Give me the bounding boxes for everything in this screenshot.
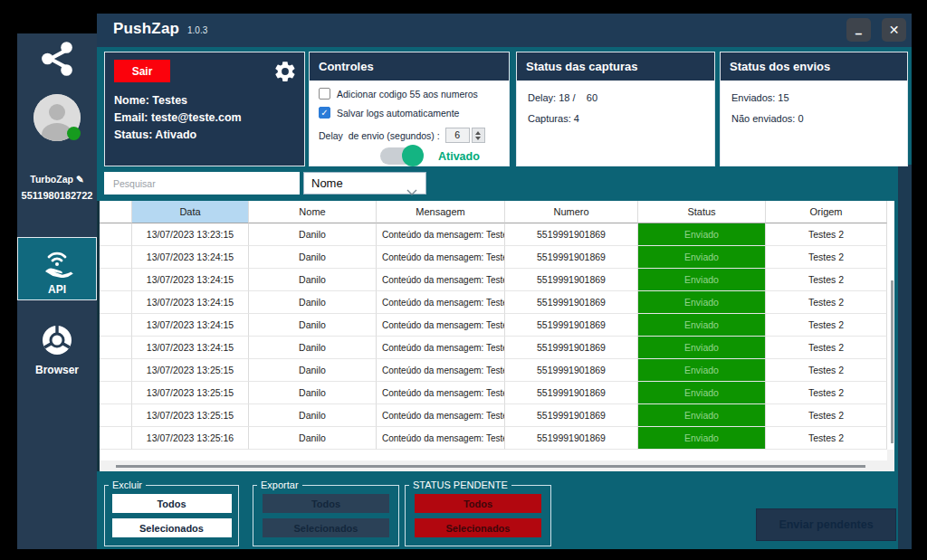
table-row[interactable]: 13/07/2023 13:24:15 Danilo Conteúdo da m… [100,269,894,291]
table-row[interactable]: 13/07/2023 13:23:15 Danilo Conteúdo da m… [100,223,894,246]
row-selector-cell[interactable] [100,359,132,382]
messages-table: Data Nome Mensagem Numero Status Origem … [100,201,894,471]
horizontal-scrollbar[interactable] [116,465,865,468]
logout-button[interactable]: Sair [114,60,170,82]
table-row[interactable]: 13/07/2023 13:24:15 Danilo Conteúdo da m… [100,291,894,314]
excluir-todos-button[interactable]: Todos [112,494,232,513]
cell-data: 13/07/2023 13:24:15 [132,314,249,337]
cell-origem: Testes 2 [766,314,887,337]
cell-mensagem: Conteúdo da mensagem: Teste ... [377,382,505,404]
cell-origem: Testes 2 [766,382,887,404]
status-badge: Enviado [638,246,766,269]
row-selector-cell[interactable] [100,223,132,246]
pushzap-window: PushZap 1.0.3 – ✕ TurboZap ✎ 55119801827… [0,0,927,560]
status-badge: Enviado [638,337,766,359]
cell-origem: Testes 2 [766,359,887,382]
checkbox-row-save-logs[interactable]: ✓ Salvar logs automaticamente [319,107,459,119]
sidebar-item-api[interactable]: API [17,237,97,300]
cell-origem: Testes 2 [766,337,887,359]
delay-stepper[interactable] [472,128,485,143]
column-header-data[interactable]: Data [132,201,249,223]
filter-select[interactable]: Nome [303,172,426,195]
row-selector-cell[interactable] [100,291,132,314]
sends-panel: Status dos envios Enviados: 15 Não envia… [720,52,908,166]
exportar-todos-button[interactable]: Todos [263,494,389,513]
stepper-down-icon[interactable] [475,137,481,140]
account-name[interactable]: TurboZap ✎ [17,174,97,185]
table-row[interactable]: 13/07/2023 13:24:15 Danilo Conteúdo da m… [100,314,894,337]
cell-nome: Danilo [249,291,377,314]
table-row[interactable]: 13/07/2023 13:24:15 Danilo Conteúdo da m… [100,337,894,359]
captures-panel-title: Status das capturas [517,52,714,81]
vertical-scrollbar[interactable] [891,280,894,443]
cell-data: 13/07/2023 13:25:15 [132,382,249,404]
table-body: 13/07/2023 13:23:15 Danilo Conteúdo da m… [100,223,894,450]
row-selector-cell[interactable] [100,404,132,427]
row-selector-cell[interactable] [100,246,132,269]
table-row[interactable]: 13/07/2023 13:25:16 Danilo Conteúdo da m… [100,427,894,450]
minimize-button[interactable]: – [846,18,871,42]
checkbox-checked[interactable]: ✓ [319,107,330,119]
row-selector-cell[interactable] [100,427,132,450]
status-badge: Enviado [638,382,766,404]
cell-data: 13/07/2023 13:24:15 [132,291,249,314]
table-row[interactable]: 13/07/2023 13:24:15 Danilo Conteúdo da m… [100,246,894,269]
cell-numero: 5519991901869 [505,359,638,382]
main-content: Sair Nome: Testes Email: teste@teste.com… [97,47,912,549]
cell-nome: Danilo [249,382,377,404]
row-selector-cell[interactable] [100,314,132,337]
row-selector-cell[interactable] [100,269,132,291]
search-input[interactable] [104,172,300,195]
window-edge-shadow [898,165,912,549]
table-row[interactable]: 13/07/2023 13:25:15 Danilo Conteúdo da m… [100,382,894,404]
pendente-selecionados-button[interactable]: Selecionados [415,518,541,537]
checkbox-label: Salvar logs automaticamente [337,108,459,119]
cell-numero: 5519991901869 [505,291,638,314]
column-header-numero[interactable]: Numero [505,201,638,223]
toggle-state-label: Ativado [438,150,480,163]
close-icon: ✕ [889,23,900,37]
cell-mensagem: Conteúdo da mensagem: Teste ... [377,427,505,450]
column-header-status[interactable]: Status [638,201,766,223]
cell-numero: 5519991901869 [505,314,638,337]
column-header-nome[interactable]: Nome [249,201,377,223]
enviar-pendentes-button[interactable]: Enviar pendentes [757,509,895,540]
titlebar: PushZap 1.0.3 – ✕ [97,14,912,47]
minimize-icon: – [855,26,863,41]
row-selector-header[interactable] [100,201,132,223]
cell-mensagem: Conteúdo da mensagem: Teste ... [377,269,505,291]
filter-select-value: Nome [311,176,343,190]
account-status-line: Status: Ativado [114,127,242,144]
status-badge: Enviado [638,314,766,337]
table-row[interactable]: 13/07/2023 13:25:15 Danilo Conteúdo da m… [100,404,894,427]
stepper-up-icon[interactable] [475,131,481,135]
row-selector-cell[interactable] [100,337,132,359]
toggle-knob[interactable] [402,145,424,166]
excluir-group: Excluir Todos Selecionados [104,479,239,546]
account-email-line: Email: teste@teste.com [114,109,242,127]
captures-delay-line: Delay: 18 / 60 [528,92,714,103]
checkbox-row-add-55[interactable]: Adicionar codigo 55 aos numeros [319,88,478,100]
cell-numero: 5519991901869 [505,269,638,291]
cell-nome: Danilo [249,314,377,337]
excluir-selecionados-button[interactable]: Selecionados [112,518,232,537]
settings-gear-icon[interactable] [273,60,297,87]
cell-origem: Testes 2 [766,427,887,450]
cell-origem: Testes 2 [766,269,887,291]
browser-chrome-icon [39,346,75,361]
row-selector-cell[interactable] [100,382,132,404]
account-phone: 5511980182722 [17,190,97,201]
exportar-selecionados-button[interactable]: Selecionados [263,518,389,537]
sidebar-item-browser-label: Browser [17,364,97,376]
pendente-todos-button[interactable]: Todos [415,494,541,513]
delay-value-field[interactable]: 6 [445,128,470,143]
column-header-origem[interactable]: Origem [766,201,887,223]
close-button[interactable]: ✕ [882,18,906,42]
status-badge: Enviado [638,269,766,291]
table-row[interactable]: 13/07/2023 13:25:15 Danilo Conteúdo da m… [100,359,894,382]
column-header-mensagem[interactable]: Mensagem [377,201,505,223]
checkbox-unchecked[interactable] [319,88,330,100]
active-toggle[interactable] [380,147,422,165]
status-pendente-group: STATUS PENDENTE Todos Selecionados [405,479,551,546]
sidebar-item-browser[interactable]: Browser [17,317,97,387]
